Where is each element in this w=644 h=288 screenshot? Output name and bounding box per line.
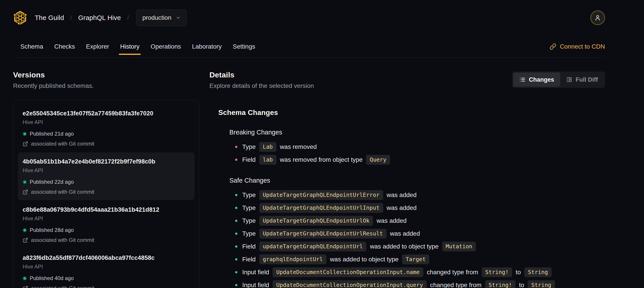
- tab-label: Laboratory: [192, 43, 222, 50]
- view-toggle-label: Changes: [529, 76, 554, 83]
- versions-panel: Versions Recently published schemas. e2e…: [13, 71, 199, 288]
- change-text: was added: [376, 217, 406, 224]
- git-commit-label: associated with Git commit: [31, 189, 94, 195]
- schema-changes: Schema Changes Breaking Changes TypeLabw…: [210, 109, 605, 288]
- change-bullet-icon: [235, 258, 237, 260]
- change-text: was added: [387, 204, 417, 211]
- tab-history[interactable]: History: [120, 36, 140, 58]
- code-chip: UpdateDocumentCollectionOperationInput.n…: [272, 267, 423, 277]
- change-row: FieldgraphqlEndpointUrlwas added to obje…: [235, 254, 605, 264]
- code-chip: String: [524, 267, 551, 277]
- version-list-item[interactable]: a823f6db2a55df877dcf406006abca97fcc4858c…: [18, 249, 194, 288]
- schema-changes-title: Schema Changes: [218, 109, 605, 117]
- change-bullet-icon: [235, 207, 237, 209]
- change-text: Input field: [242, 269, 269, 276]
- change-text: was removed from object type: [280, 156, 363, 163]
- change-row: Input fieldUpdateDocumentCollectionOpera…: [235, 267, 605, 277]
- change-text: Type: [242, 230, 256, 237]
- code-chip: graphqlEndpointUrl: [259, 254, 326, 264]
- version-list-item[interactable]: e2e55045345ce13fe07f52a77459b83fa3fe7020…: [18, 104, 194, 152]
- tab-label: Settings: [233, 43, 255, 50]
- version-published-row: Published 21d ago: [22, 130, 190, 137]
- change-section-rows: TypeUpdateTargetGraphQLEndpointUrlErrorw…: [229, 190, 605, 288]
- tab-settings[interactable]: Settings: [232, 36, 256, 58]
- published-status-dot: [22, 180, 27, 184]
- tab-label: Checks: [54, 43, 75, 50]
- code-chip: UpdateTargetGraphQLEndpointUrlInput: [259, 203, 383, 213]
- connect-to-cdn-label: Connect to CDN: [560, 43, 605, 50]
- change-text: was removed: [280, 143, 317, 150]
- git-commit-link[interactable]: associated with Git commit: [22, 189, 190, 195]
- details-header: Details Explore details of the selected …: [210, 71, 605, 89]
- change-text: Field: [242, 243, 256, 250]
- version-hash: a823f6db2a55df877dcf406006abca97fcc4858c: [22, 254, 190, 261]
- change-row: TypeUpdateTargetGraphQLEndpointUrlOkwas …: [235, 216, 605, 226]
- change-text: changed type from: [430, 281, 482, 288]
- version-service: Hive API: [22, 167, 190, 174]
- change-text: to: [519, 281, 524, 288]
- chevron-down-icon: [176, 15, 180, 20]
- change-bullet-icon: [235, 271, 237, 273]
- person-icon: [594, 14, 601, 21]
- change-text: to: [516, 269, 521, 276]
- tab-schema[interactable]: Schema: [20, 36, 44, 58]
- version-list-item[interactable]: 4b05ab51b1b4a7e2e4b0ef82172f2b9f7ef98c0b…: [18, 152, 194, 200]
- published-status-dot: [22, 276, 27, 280]
- user-menu-button[interactable]: [590, 11, 605, 25]
- external-link-icon: [22, 189, 28, 195]
- connect-to-cdn-link[interactable]: Connect to CDN: [550, 43, 605, 50]
- change-section-title: Safe Changes: [229, 177, 605, 184]
- change-text: Type: [242, 143, 256, 150]
- change-row: TypeLabwas removed: [235, 142, 605, 152]
- view-toggle: ChangesFull Diff: [512, 72, 605, 88]
- main-content: Versions Recently published schemas. e2e…: [0, 58, 644, 288]
- version-service: Hive API: [22, 215, 190, 222]
- code-chip: Query: [366, 155, 390, 165]
- git-commit-label: associated with Git commit: [31, 237, 94, 243]
- change-text: Type: [242, 204, 256, 211]
- git-commit-link[interactable]: associated with Git commit: [22, 285, 190, 288]
- tab-label: Operations: [150, 43, 181, 50]
- tab-explorer[interactable]: Explorer: [86, 36, 110, 58]
- tab-bar-row: Schema Checks Explorer History Operation…: [13, 36, 605, 58]
- git-commit-link[interactable]: associated with Git commit: [22, 237, 190, 243]
- hive-logo-icon[interactable]: [13, 10, 27, 26]
- code-chip: updateTargetGraphQLEndpointUrl: [259, 242, 366, 251]
- version-list-item[interactable]: c8b6e88a06793b9c4dfd54aaa21b36a1b421d812…: [18, 201, 194, 248]
- target-select[interactable]: production: [136, 10, 186, 26]
- versions-header: Versions Recently published schemas.: [13, 71, 199, 89]
- version-hash: c8b6e88a06793b9c4dfd54aaa21b36a1b421d812: [22, 206, 190, 213]
- tab-checks[interactable]: Checks: [54, 36, 75, 58]
- code-chip: UpdateTargetGraphQLEndpointUrlResult: [259, 229, 386, 238]
- link-icon: [550, 43, 556, 50]
- tab-label: Explorer: [86, 43, 109, 50]
- git-commit-link[interactable]: associated with Git commit: [22, 140, 190, 147]
- tab-laboratory[interactable]: Laboratory: [192, 36, 222, 58]
- details-subtitle: Explore details of the selected version: [210, 82, 314, 89]
- code-chip: Target: [402, 254, 429, 264]
- change-section-breaking: Breaking Changes TypeLabwas removedField…: [218, 129, 605, 165]
- version-published-label: Published 40d ago: [30, 275, 74, 281]
- breadcrumb-org[interactable]: The Guild: [35, 14, 64, 22]
- code-chip: UpdateTargetGraphQLEndpointUrlOk: [259, 216, 373, 226]
- breadcrumb-project[interactable]: GraphQL Hive: [78, 14, 121, 22]
- tab-operations[interactable]: Operations: [150, 36, 181, 58]
- change-section-rows: TypeLabwas removedFieldlabwas removed fr…: [229, 142, 605, 165]
- published-status-dot: [22, 228, 27, 232]
- code-chip: String!: [485, 280, 516, 288]
- view-toggle-changes[interactable]: Changes: [513, 73, 560, 87]
- versions-title: Versions: [13, 71, 199, 79]
- version-published-row: Published 28d ago: [22, 227, 190, 233]
- change-text: was added: [390, 230, 420, 237]
- view-toggle-full-diff[interactable]: Full Diff: [560, 73, 604, 87]
- external-link-icon: [22, 285, 28, 288]
- change-bullet-icon: [235, 284, 237, 286]
- change-section-safe: Safe Changes TypeUpdateTargetGraphQLEndp…: [218, 177, 605, 288]
- version-published-label: Published 21d ago: [30, 130, 74, 137]
- version-hash: e2e55045345ce13fe07f52a77459b83fa3fe7020: [22, 110, 190, 117]
- tab-label: Schema: [20, 43, 43, 50]
- change-row: Fieldlabwas removed from object typeQuer…: [235, 155, 605, 165]
- top-header: The Guild / GraphQL Hive / production Sc…: [0, 0, 644, 58]
- change-text: Type: [242, 191, 256, 199]
- change-section-title: Breaking Changes: [229, 129, 605, 136]
